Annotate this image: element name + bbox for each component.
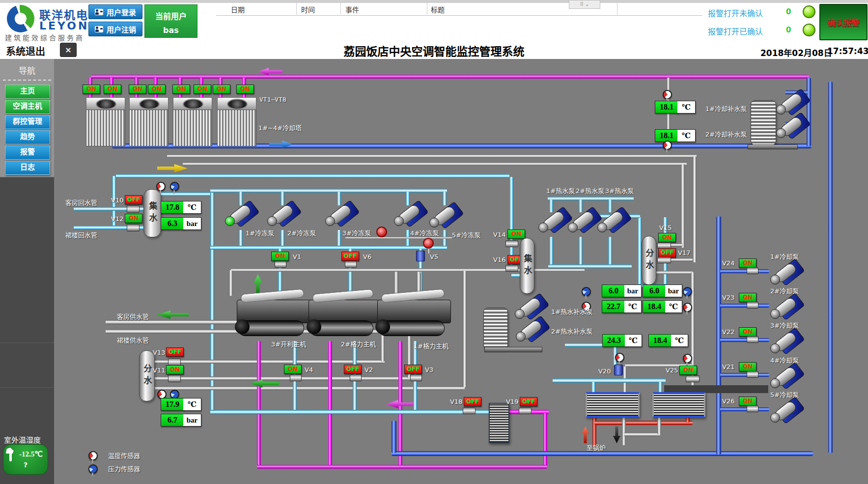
tower-valve-state[interactable]: ON: [104, 85, 121, 94]
hot-pressure-right-value: 6.0: [643, 285, 666, 297]
tower-valve-state[interactable]: ON: [194, 85, 211, 94]
pipe: [392, 421, 396, 453]
valve-V19-state[interactable]: OFF: [520, 397, 537, 406]
chiller-3-carrier[interactable]: [237, 294, 309, 339]
water-divider-1: 分水: [139, 350, 155, 401]
valve-V25-state[interactable]: ON: [679, 366, 697, 375]
valve-V10-state[interactable]: OFF: [125, 195, 142, 204]
manual-valve-icon[interactable]: [376, 227, 387, 237]
sidebar-item-logs[interactable]: 日志: [5, 161, 50, 175]
valve-V14-state[interactable]: ON: [507, 229, 525, 239]
valve-id: V1: [293, 253, 301, 260]
hot-water-pump-2[interactable]: [569, 209, 599, 235]
chilled-pump-4[interactable]: [395, 203, 428, 230]
valve-V22-state[interactable]: ON: [739, 327, 756, 337]
divider-label: 分水: [643, 249, 655, 272]
valve-id: V21: [722, 363, 734, 370]
valve-V3-state[interactable]: OFF: [404, 365, 422, 374]
pipe: [463, 271, 467, 387]
pipe: [549, 237, 553, 266]
valve-V6-state[interactable]: OFF: [341, 252, 359, 261]
pipe: [328, 341, 332, 468]
valve-V5-body[interactable]: [416, 251, 425, 261]
valve-V17-state[interactable]: OFF: [658, 248, 676, 257]
sidebar-item-home[interactable]: 主页: [5, 85, 50, 99]
valve-V18-state[interactable]: OFF: [464, 397, 481, 406]
valve-V23-state[interactable]: ON: [739, 293, 756, 302]
cooling-pump-3[interactable]: [771, 330, 804, 356]
chilled-pump-3[interactable]: [326, 203, 360, 230]
fan-icon: [227, 99, 248, 110]
pipe: [638, 217, 642, 287]
user-icon: [95, 9, 103, 15]
valve-V26-state[interactable]: ON: [739, 397, 756, 406]
chilled-pump-2-label: 2#冷冻泵: [287, 228, 316, 237]
confirm-alarm-button[interactable]: 确认报警: [819, 4, 868, 40]
manual-valve-icon[interactable]: [423, 238, 434, 249]
chiller-2-gree[interactable]: [308, 294, 378, 339]
cooling-pump-4[interactable]: [771, 365, 804, 391]
valve-V21-state[interactable]: ON: [739, 362, 756, 371]
chilled-pump-1[interactable]: [226, 203, 259, 230]
cooling-pump-2[interactable]: [771, 296, 804, 321]
hot-pump-2-label: 2#热水泵: [576, 186, 604, 195]
valve-body: [505, 240, 518, 247]
tower-valve-state[interactable]: ON: [236, 85, 254, 94]
sidebar-item-alarms[interactable]: 报警: [5, 145, 50, 160]
chiller-1-gree[interactable]: [377, 294, 450, 339]
tower-valve-state[interactable]: ON: [148, 85, 166, 94]
valve-V24-state[interactable]: ON: [739, 258, 756, 268]
tank-base: [748, 144, 798, 149]
valve-V1-state[interactable]: ON: [271, 252, 289, 261]
cooling-pump-1[interactable]: [771, 261, 804, 287]
event-col-title: 标题: [431, 4, 445, 14]
chilled-pump-2[interactable]: [268, 203, 302, 230]
collector-label: 集水: [146, 201, 159, 225]
sidebar-item-chillers[interactable]: 空调主机: [5, 100, 50, 114]
pipe: [720, 373, 769, 377]
water-collector-1: 集水: [143, 189, 161, 237]
towers-label: 1#~4#冷却塔: [258, 123, 302, 132]
pipe: [624, 432, 660, 436]
tower-return-temp-unit: ℃: [677, 129, 696, 142]
logout-button[interactable]: 用户注销: [88, 22, 142, 36]
alarm-acked-led: [803, 24, 815, 36]
window-controls-fragment-icon[interactable]: ⠿ ⌄: [569, 0, 600, 9]
login-button[interactable]: 用户登录: [88, 4, 142, 19]
hot-water-pump-1[interactable]: [539, 209, 570, 235]
hot-makeup-pump-1[interactable]: [516, 296, 546, 319]
valve-id: V14: [493, 231, 505, 238]
hot-water-pump-3[interactable]: [598, 209, 629, 235]
sidebar-item-group-control[interactable]: 群控管理: [5, 115, 50, 129]
pipe: [210, 410, 490, 414]
valve-id: V26: [722, 398, 734, 405]
valve-V13-state[interactable]: OFF: [166, 347, 184, 357]
valve-V15-state[interactable]: ON: [658, 233, 676, 242]
podium-supply-label: 裙楼供水管: [117, 335, 149, 344]
tower-valve-state[interactable]: ON: [83, 85, 100, 94]
legend-temp-sensor-icon: [88, 451, 98, 460]
valve-V12-state[interactable]: ON: [125, 214, 142, 223]
sidebar-item-trends[interactable]: 趋势: [5, 130, 50, 144]
valve-body: [168, 358, 181, 366]
pipe: [167, 154, 697, 158]
valve-V4-state[interactable]: ON: [284, 365, 302, 374]
hot-makeup-pump-2[interactable]: [517, 318, 547, 342]
valve-V11-state[interactable]: ON: [166, 365, 184, 374]
temp-sensor-icon: [663, 141, 672, 150]
pipe: [91, 75, 809, 79]
tower-valve-state[interactable]: ON: [213, 85, 230, 94]
valve-body: [127, 224, 140, 231]
water-collector-2: 集水: [520, 238, 534, 294]
valve-V20-body[interactable]: [614, 365, 623, 375]
pipe: [657, 415, 661, 434]
event-col-date: 日期: [231, 4, 245, 14]
cooling-pump-5[interactable]: [771, 399, 804, 425]
tower-valve-state[interactable]: ON: [129, 85, 146, 94]
tower-valve-state[interactable]: ON: [172, 85, 190, 94]
alarm-unacked-label: 报警打开未确认: [708, 7, 763, 19]
valve-id: V18: [450, 398, 462, 405]
pipe: [257, 465, 547, 469]
valve-V2-state[interactable]: OFF: [344, 365, 362, 374]
pipe: [720, 338, 769, 342]
